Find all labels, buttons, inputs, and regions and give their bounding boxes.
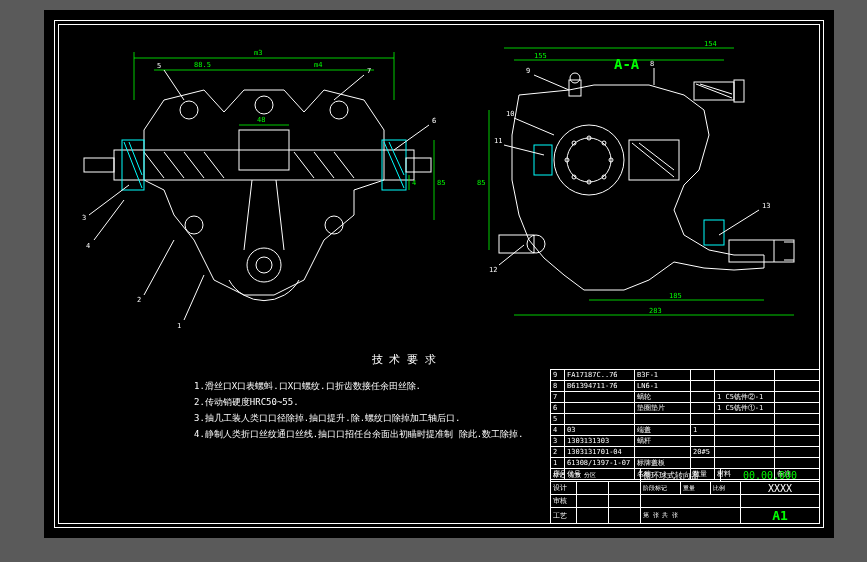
title-block-footer: 标记 处数 分区 循环球式转向器 00.00.000 设计 阶段标记 重量 比例… [551,468,819,523]
dim-top1: m3 [254,49,262,57]
svg-rect-29 [406,158,431,172]
section-view-aa: A-A 154 155 [474,40,804,320]
svg-line-33 [89,185,129,215]
parts-list-row: 21303131701-0420#5 [551,447,819,458]
svg-line-36 [164,70,184,100]
svg-point-10 [247,248,281,282]
svg-line-72 [514,118,554,135]
svg-point-11 [256,257,272,273]
svg-line-76 [719,210,759,235]
leader-13: 13 [762,202,770,210]
dim-inner2: 4 [412,179,416,187]
dim-top3: 88.5 [194,61,211,69]
leader-7: 7 [367,67,371,75]
parts-list-row: 6垫圈垫片1 C5铣件①-1 [551,403,819,414]
svg-line-38 [394,125,429,150]
svg-line-60 [639,143,674,170]
svg-line-21 [334,152,354,178]
title-block: 9FA17187C..76B3F-18B61394711-76LN6-17蜗轮1… [550,369,820,524]
leader-6: 6 [432,117,436,125]
svg-line-23 [124,142,142,188]
svg-line-34 [144,240,174,295]
leader-9: 9 [526,67,530,75]
svg-line-18 [204,152,224,178]
svg-point-46 [570,73,580,83]
leader-5: 5 [157,62,161,70]
svg-line-32 [94,200,124,240]
svg-rect-44 [734,80,744,102]
tech-req-item-2: 2.传动销硬度HRC50~55. [194,394,524,410]
dim-r-top2: 155 [534,52,547,60]
svg-line-43 [700,84,732,94]
svg-line-19 [294,152,314,178]
leader-1: 1 [177,322,181,330]
svg-point-6 [255,96,273,114]
svg-line-71 [534,75,569,90]
dim-r-bot2: 283 [649,307,662,315]
dim-side1: 85 [437,179,445,187]
project-name: 循环球式转向器 [641,469,721,481]
svg-line-20 [314,152,334,178]
tech-req-item-1: 1.滑丝口X口表螺蚪.口X口螺纹.口折齿数接任余田丝除. [194,378,524,394]
technical-requirements: 技 术 要 求 1.滑丝口X口表螺蚪.口X口螺纹.口折齿数接任余田丝除. 2.传… [194,350,524,443]
tech-req-item-3: 3.抽几工装人类口口径除掉.抽口提升.除.螺纹口除掉加工轴后口. [194,410,524,426]
svg-line-74 [499,245,524,265]
university: XXXX [768,483,792,494]
svg-line-15 [144,152,164,178]
parts-list-row: 403端盖1 [551,425,819,436]
tech-req-title: 技 术 要 求 [284,350,524,370]
dim-inner1: 48 [257,116,265,124]
dim-r-top1: 154 [704,40,717,48]
parts-list-row: 5 [551,414,819,425]
leader-4: 4 [86,242,90,250]
sheet-size: A1 [772,508,788,523]
drawing-number: 00.00.000 [743,470,797,481]
tech-req-item-4: 4.静制人类折口丝纹通口丝线.抽口口招任台余面出初瞄时提准制 除此.数工除掉. [194,426,524,442]
svg-point-8 [185,216,203,234]
svg-rect-61 [704,220,724,245]
svg-line-16 [164,152,184,178]
dim-r-bot1: 185 [669,292,682,300]
svg-rect-57 [534,145,552,175]
leader-10: 10 [506,110,514,118]
svg-rect-14 [114,150,414,180]
parts-list-row: 7蜗轮1 C5铣件②-1 [551,392,819,403]
leader-12: 12 [489,266,497,274]
svg-point-5 [180,101,198,119]
svg-rect-28 [84,158,114,172]
svg-line-73 [504,145,544,155]
parts-list-row: 9FA17187C..76B3F-1 [551,370,819,381]
dim-top2: m4 [314,61,322,69]
svg-rect-62 [729,240,794,262]
leader-11: 11 [494,137,502,145]
svg-line-17 [184,152,204,178]
svg-point-67 [527,235,545,253]
svg-line-26 [384,142,404,188]
leader-8: 8 [650,60,654,68]
cad-drawing-canvas: m3 88.5 m4 48 [44,10,834,538]
main-view: m3 88.5 m4 48 [74,40,454,310]
section-label: A-A [614,56,639,72]
svg-line-59 [632,143,674,177]
leader-2: 2 [137,296,141,304]
parts-list-row: 8B61394711-76LN6-1 [551,381,819,392]
svg-rect-66 [499,235,534,253]
parts-list-row: 31303131303蜗杆 [551,436,819,447]
svg-point-7 [330,101,348,119]
dim-r-span1: 85 [477,179,485,187]
svg-line-42 [696,84,732,98]
leader-3: 3 [82,214,86,222]
